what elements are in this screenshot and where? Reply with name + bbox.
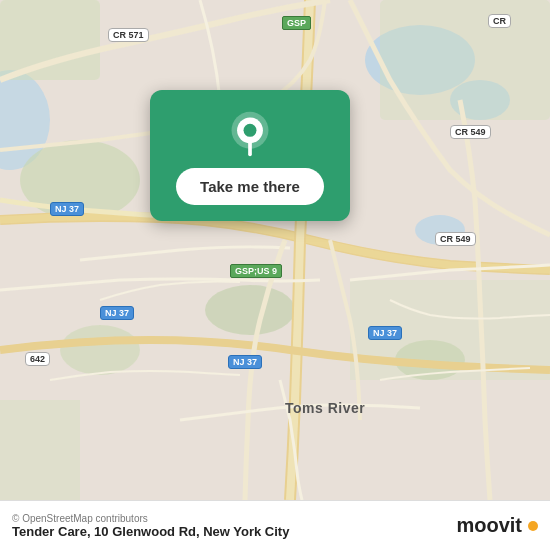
badge-gsp-us9: GSP;US 9: [230, 264, 282, 278]
badge-642: 642: [25, 352, 50, 366]
svg-point-8: [60, 325, 140, 375]
badge-nj37-lower: NJ 37: [228, 355, 262, 369]
badge-nj37-left: NJ 37: [50, 202, 84, 216]
badge-gsp-top: GSP: [282, 16, 311, 30]
badge-cr-top-right: CR: [488, 14, 511, 28]
bottom-bar: © OpenStreetMap contributors Tender Care…: [0, 500, 550, 550]
svg-rect-9: [0, 0, 100, 80]
map-container: CR 571 GSP CR CR 549 NJ 37 GSP;US 9 CR 5…: [0, 0, 550, 500]
moovit-logo-dot: [528, 521, 538, 531]
take-me-there-button[interactable]: Take me there: [176, 168, 324, 205]
badge-nj37-lower-left: NJ 37: [100, 306, 134, 320]
badge-cr549-right: CR 549: [450, 125, 491, 139]
svg-point-15: [244, 124, 257, 137]
city-label: Toms River: [285, 400, 365, 416]
badge-nj37-far: NJ 37: [368, 326, 402, 340]
svg-rect-11: [0, 400, 80, 500]
pin-icon: [226, 110, 274, 158]
bottom-left-info: © OpenStreetMap contributors Tender Care…: [12, 513, 289, 539]
badge-cr571: CR 571: [108, 28, 149, 42]
moovit-logo-text: moovit: [456, 514, 522, 537]
copyright-text: © OpenStreetMap contributors: [12, 513, 289, 524]
moovit-logo: moovit: [456, 514, 538, 537]
address-text: Tender Care, 10 Glenwood Rd, New York Ci…: [12, 524, 289, 539]
location-card: Take me there: [150, 90, 350, 221]
badge-cr549-lower: CR 549: [435, 232, 476, 246]
map-roads: [0, 0, 550, 500]
svg-point-6: [205, 285, 295, 335]
